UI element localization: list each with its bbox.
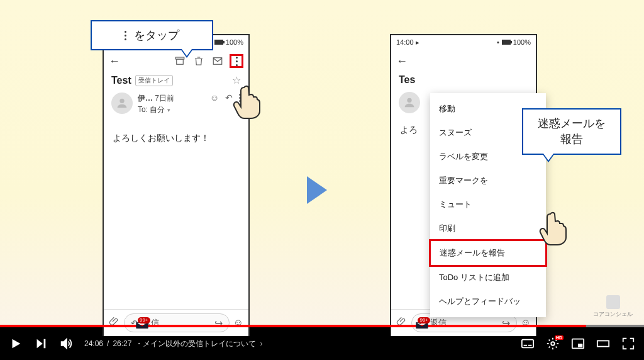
svg-rect-11 xyxy=(597,340,609,346)
time-display: 24:06 / 26:27 ・メイン以外の受信トレイについて › xyxy=(84,339,262,349)
brand-logo: コアコンシェル xyxy=(593,295,633,318)
battery-status: • 100% xyxy=(497,38,531,46)
svg-rect-7 xyxy=(528,345,532,346)
miniplayer-button[interactable] xyxy=(571,337,585,351)
play-button[interactable] xyxy=(9,337,23,351)
pointing-hand-icon xyxy=(231,84,263,122)
menu-help[interactable]: ヘルプとフィードバッ xyxy=(430,290,546,313)
svg-rect-5 xyxy=(522,340,533,348)
menu-print[interactable]: 印刷 xyxy=(430,217,546,240)
svg-point-4 xyxy=(407,98,411,103)
delete-icon[interactable] xyxy=(192,54,206,68)
chevron-down-icon[interactable]: ▾ xyxy=(167,107,170,113)
current-time: 24:06 xyxy=(84,339,103,348)
mail-header: ← xyxy=(104,49,248,73)
mail-to: To: 自分 xyxy=(138,105,165,114)
volume-button[interactable] xyxy=(59,337,73,351)
svg-rect-2 xyxy=(213,58,222,65)
more-menu-button[interactable] xyxy=(230,54,243,68)
status-bar: 14:00 ▸ • 100% xyxy=(391,35,536,49)
pointing-hand-icon xyxy=(538,211,569,249)
svg-rect-6 xyxy=(524,345,528,346)
arrow-right-icon xyxy=(307,176,327,204)
mail-subject: Test xyxy=(111,75,131,86)
battery-status: 100% xyxy=(214,38,243,46)
avatar xyxy=(111,93,133,114)
battery-pct: 100% xyxy=(226,38,243,46)
chapter-title[interactable]: ・メイン以外の受信トレイについて xyxy=(135,339,256,349)
status-time: 14:00 ▸ xyxy=(396,38,419,47)
mail-header: ← xyxy=(391,49,536,73)
brand-name: コアコンシェル xyxy=(593,311,633,317)
menu-add-todo[interactable]: ToDo リストに追加 xyxy=(430,266,546,290)
phone-mockup-before: 100% ← Test 受信トレイ ☆ xyxy=(103,34,250,336)
svg-rect-10 xyxy=(578,344,582,347)
back-arrow-icon[interactable]: ← xyxy=(109,55,120,68)
menu-mark-important[interactable]: 重要マークを xyxy=(430,169,546,193)
total-time: 26:27 xyxy=(113,339,131,348)
back-arrow-icon[interactable]: ← xyxy=(396,55,408,68)
svg-rect-1 xyxy=(177,59,184,64)
settings-button[interactable]: HD xyxy=(546,337,560,351)
svg-point-3 xyxy=(119,99,124,103)
callout-text: 迷惑メールを 報告 xyxy=(538,117,606,145)
menu-report-spam[interactable]: 迷惑メールを報告 xyxy=(429,239,547,267)
svg-point-8 xyxy=(551,342,555,346)
video-content: 100% ← Test 受信トレイ ☆ xyxy=(0,0,644,325)
badge: 99+ xyxy=(418,317,430,323)
next-button[interactable] xyxy=(34,337,48,351)
avatar xyxy=(399,92,420,113)
callout-tap-more: をタップ xyxy=(91,20,213,50)
more-vert-icon xyxy=(236,57,238,66)
hd-badge: HD xyxy=(555,335,564,340)
mail-subject: Tes xyxy=(399,74,415,86)
battery-pct: 100% xyxy=(513,38,531,46)
subject-row: Test 受信トレイ ☆ xyxy=(104,73,248,90)
mail-icon[interactable] xyxy=(211,54,225,68)
mail-date: 7日前 xyxy=(155,94,174,103)
callout-report-spam: 迷惑メールを 報告 xyxy=(522,108,621,155)
subject-row: Tes xyxy=(391,73,536,89)
emoji-icon[interactable]: ☺ xyxy=(210,93,219,103)
sender-row: 伊… 7日前 To: 自分 ▾ ☺ ↶ xyxy=(104,90,248,119)
theater-button[interactable] xyxy=(596,337,610,351)
phone-mockup-after: 14:00 ▸ • 100% ← Tes よろ ↶ 返信 xyxy=(390,34,537,336)
inbox-label: 受信トレイ xyxy=(135,75,173,86)
subtitles-button[interactable] xyxy=(521,337,535,351)
sender-name: 伊… xyxy=(138,94,153,103)
mail-body: よろしくお願いします！ xyxy=(104,119,248,158)
fullscreen-button[interactable] xyxy=(621,337,635,351)
chevron-right-icon[interactable]: › xyxy=(260,339,262,348)
badge: 99+ xyxy=(138,317,150,323)
callout-text: をタップ xyxy=(134,28,179,43)
menu-mute[interactable]: ミュート xyxy=(430,193,546,217)
video-controls: 24:06 / 26:27 ・メイン以外の受信トレイについて › HD xyxy=(0,327,644,360)
more-vert-icon xyxy=(125,31,126,40)
